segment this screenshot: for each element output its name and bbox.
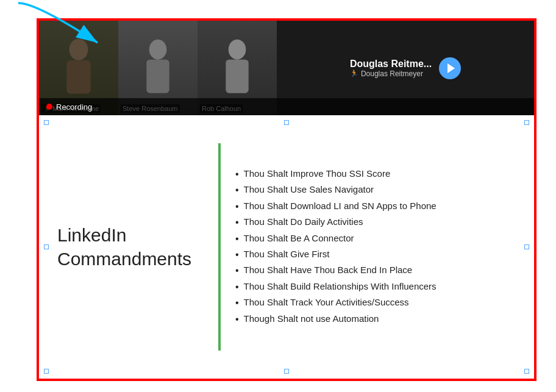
commandment-item: Thou Shalt Download LI and SN Apps to Ph…	[235, 199, 516, 215]
douglas-sub: 🏃 Douglas Reitmeyer	[350, 69, 432, 78]
green-divider	[218, 143, 221, 351]
svg-rect-6	[226, 59, 248, 93]
douglas-info: Douglas Reitme... 🏃 Douglas Reitmeyer	[350, 59, 432, 78]
main-frame: 🏃 Mark Newsome Steve Rosenbaum	[37, 18, 536, 381]
svg-rect-2	[66, 60, 91, 93]
rob-silhouette	[216, 35, 258, 102]
commandment-item: Thou Shalt Track Your Activities/Success	[235, 295, 516, 311]
handle-bottom-right	[524, 369, 529, 374]
slide-title-text: LinkedIn Commandments	[57, 223, 191, 271]
handle-top-left	[44, 120, 49, 125]
svg-rect-4	[146, 59, 169, 93]
douglas-name: Douglas Reitme...	[350, 59, 432, 69]
handle-top-center	[284, 120, 289, 125]
handle-top-right	[524, 120, 529, 125]
commandments-list: Thou Shalt Improve Thou SSI ScoreThou Sh…	[235, 166, 516, 327]
steve-silhouette	[137, 35, 179, 102]
mark-silhouette	[57, 35, 100, 102]
svg-point-1	[70, 38, 88, 60]
handle-middle-right	[524, 244, 529, 249]
commandment-item: Thou Shalt Do Daily Activities	[235, 215, 516, 230]
slide-content: LinkedIn Commandments Thou Shalt Improve…	[39, 115, 534, 379]
recording-label: Recording	[56, 102, 92, 112]
video-bar: 🏃 Mark Newsome Steve Rosenbaum	[39, 21, 534, 115]
slide-title: LinkedIn Commandments	[57, 223, 204, 271]
commandment-item: Thou Shalt Improve Thou SSI Score	[235, 166, 516, 182]
commandment-item: Though Shalt not use Automation	[235, 312, 516, 327]
handle-bottom-left	[44, 369, 49, 374]
handle-bottom-center	[284, 369, 289, 374]
handle-middle-left	[44, 244, 49, 249]
recording-bar: Recording	[39, 98, 534, 115]
svg-point-5	[229, 39, 246, 59]
recording-dot	[46, 104, 52, 110]
commandment-item: Thou Shalt Have Thou Back End In Place	[235, 263, 516, 279]
commandment-item: Thou Shalt Build Relationships With Infl…	[235, 279, 516, 295]
commandment-item: Thou Shalt Use Sales Navigator	[235, 182, 516, 198]
play-button[interactable]	[439, 57, 461, 79]
commandment-item: Thou Shalt Be A Connector	[235, 231, 516, 247]
play-icon	[447, 63, 455, 73]
svg-point-3	[149, 39, 167, 59]
commandment-item: Thou Shalt Give First	[235, 247, 516, 263]
